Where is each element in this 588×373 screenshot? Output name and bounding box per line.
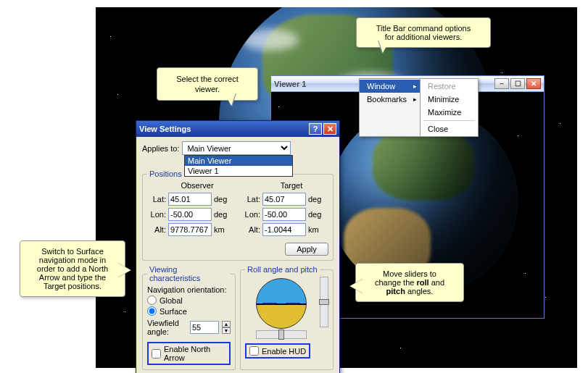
callout-select-viewer: Select the correct viewer. bbox=[157, 67, 258, 101]
viewfield-input[interactable] bbox=[190, 321, 219, 334]
roll-legend: Roll angle and pitch bbox=[245, 265, 320, 274]
roll-slider[interactable] bbox=[256, 330, 307, 339]
menu-close[interactable]: Close bbox=[421, 122, 478, 135]
positions-legend: Positions bbox=[147, 169, 184, 178]
obs-lat-label: Lat: bbox=[147, 195, 166, 204]
applies-to-label: Applies to: bbox=[142, 144, 179, 153]
unit-km: km bbox=[308, 225, 326, 234]
applies-option-viewer1[interactable]: Viewer 1 bbox=[185, 166, 292, 176]
enable-hud-checkbox[interactable] bbox=[249, 346, 259, 356]
dialog-title: View Settings bbox=[139, 125, 191, 133]
obs-alt-label: Alt: bbox=[147, 225, 166, 234]
applies-option-main[interactable]: Main Viewer bbox=[185, 156, 292, 166]
submenu-arrow-icon: ▸ bbox=[413, 96, 417, 103]
observer-lat-input[interactable] bbox=[168, 193, 212, 206]
roll-pitch-group: Roll angle and pitch Enable HUD bbox=[240, 265, 334, 370]
nav-orientation-label: Navigation orientation: bbox=[147, 285, 231, 294]
menu-window[interactable]: Window ▸ bbox=[360, 80, 420, 93]
menu-window-label: Window bbox=[367, 82, 395, 91]
viewfield-spin-up[interactable]: ▲ bbox=[222, 321, 231, 327]
tgt-alt-label: Alt: bbox=[241, 225, 260, 234]
dialog-close-button[interactable]: ✕ bbox=[323, 123, 336, 135]
viewer-title: Viewer 1 bbox=[274, 80, 306, 88]
pitch-slider[interactable] bbox=[320, 277, 328, 327]
close-button[interactable]: ✕ bbox=[526, 78, 541, 89]
menu-restore: Restore bbox=[421, 80, 478, 93]
observer-lon-input[interactable] bbox=[168, 208, 212, 221]
target-alt-input[interactable] bbox=[262, 223, 306, 236]
viewing-legend: Viewing characteristics bbox=[147, 265, 231, 282]
maximize-button[interactable]: ☐ bbox=[510, 78, 525, 89]
apply-button[interactable]: Apply bbox=[285, 243, 328, 256]
positions-group: Positions Observer Lat:deg Lon:deg Alt:k… bbox=[142, 169, 334, 261]
unit-deg: deg bbox=[214, 210, 231, 219]
global-label: Global bbox=[160, 296, 183, 305]
menu-bookmarks-label: Bookmarks bbox=[367, 95, 407, 104]
enable-north-arrow-checkbox[interactable] bbox=[152, 349, 161, 359]
unit-km: km bbox=[214, 225, 231, 234]
surface-radio[interactable] bbox=[147, 306, 157, 316]
view-settings-dialog: View Settings ? ✕ Applies to: Main Viewe… bbox=[136, 120, 340, 373]
menu-bookmarks[interactable]: Bookmarks ▸ bbox=[360, 93, 420, 106]
applies-to-dropdown: Main Viewer Viewer 1 bbox=[184, 155, 293, 177]
surface-label: Surface bbox=[160, 307, 187, 316]
callout-sliders: Move sliders to change the roll and pitc… bbox=[355, 263, 464, 302]
observer-header: Observer bbox=[147, 181, 234, 190]
callout-titlebar-commands: Title Bar command options for additional… bbox=[356, 17, 491, 48]
viewfield-spin-down[interactable]: ▼ bbox=[222, 327, 231, 334]
target-header: Target bbox=[241, 181, 328, 190]
minimize-button[interactable]: – bbox=[494, 78, 509, 89]
viewing-characteristics-group: Viewing characteristics Navigation orien… bbox=[142, 265, 236, 370]
tgt-lon-label: Lon: bbox=[241, 210, 260, 219]
unit-deg: deg bbox=[214, 195, 231, 204]
tgt-lat-label: Lat: bbox=[241, 195, 260, 204]
enable-hud-label: Enable HUD bbox=[262, 347, 306, 356]
enable-north-arrow-label: Enable North Arrow bbox=[164, 345, 226, 362]
dialog-titlebar[interactable]: View Settings ? ✕ bbox=[136, 121, 339, 137]
menu-minimize[interactable]: Minimize bbox=[421, 93, 478, 106]
menu-separator bbox=[423, 120, 475, 121]
observer-alt-input[interactable] bbox=[168, 223, 212, 236]
unit-deg: deg bbox=[308, 195, 326, 204]
callout-surface-mode: Switch to Surface navigation mode in ord… bbox=[20, 240, 125, 297]
viewfield-label: Viewfield angle: bbox=[147, 319, 187, 336]
obs-lon-label: Lon: bbox=[147, 210, 166, 219]
submenu-arrow-icon: ▸ bbox=[413, 83, 417, 90]
applies-to-select[interactable]: Main Viewer bbox=[182, 141, 291, 155]
target-lat-input[interactable] bbox=[262, 193, 306, 206]
attitude-indicator bbox=[256, 278, 307, 329]
target-lon-input[interactable] bbox=[262, 208, 306, 221]
menu-maximize[interactable]: Maximize bbox=[421, 106, 478, 119]
titlebar-context-menu: Window ▸ Bookmarks ▸ Restore Minimize Ma… bbox=[359, 78, 479, 137]
unit-deg: deg bbox=[308, 210, 326, 219]
global-radio[interactable] bbox=[147, 296, 157, 305]
help-button[interactable]: ? bbox=[309, 123, 322, 135]
